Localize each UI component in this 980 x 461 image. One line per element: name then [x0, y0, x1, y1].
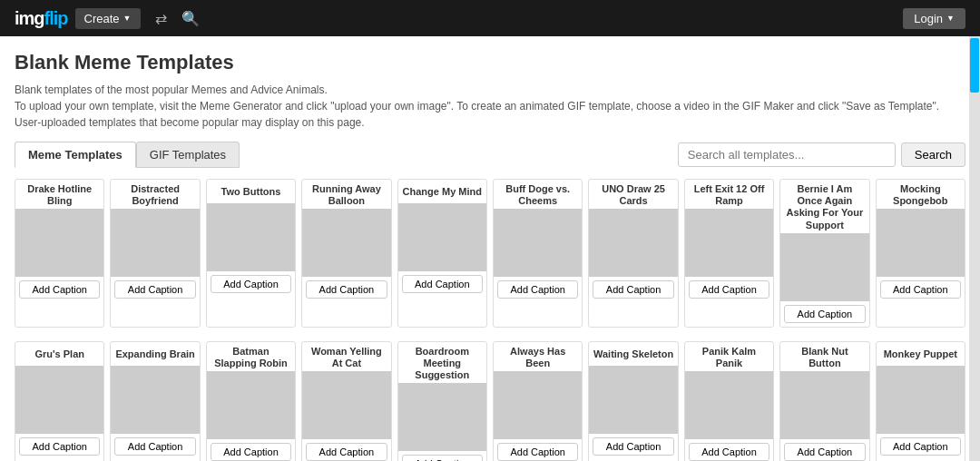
meme-image: [589, 209, 677, 277]
meme-grid-row2: Gru's PlanAdd CaptionExpanding BrainAdd …: [15, 341, 965, 461]
meme-image: [685, 209, 773, 277]
meme-title: Gru's Plan: [31, 342, 88, 366]
meme-grid-row1: Drake Hotline BlingAdd CaptionDistracted…: [15, 179, 965, 328]
meme-image: [780, 233, 868, 301]
meme-image: [589, 366, 677, 434]
add-caption-button[interactable]: Add Caption: [784, 305, 865, 323]
header: imgflip Create ⇄ 🔍 Login: [0, 0, 980, 36]
meme-title: Left Exit 12 Off Ramp: [685, 180, 773, 209]
shuffle-button[interactable]: ⇄: [148, 6, 174, 31]
meme-title: Bernie I Am Once Again Asking For Your S…: [780, 180, 868, 233]
search-input[interactable]: [678, 142, 896, 167]
meme-image: [494, 371, 582, 439]
add-caption-button[interactable]: Add Caption: [880, 280, 961, 299]
meme-image: [302, 209, 390, 277]
page-title: Blank Meme Templates: [15, 51, 965, 74]
desc-line1: Blank templates of the most popular Meme…: [15, 83, 328, 96]
meme-image: [207, 203, 295, 271]
meme-card: Blank Nut ButtonAdd Caption: [779, 341, 869, 461]
meme-card: Batman Slapping RobinAdd Caption: [206, 341, 296, 461]
meme-card: Panik Kalm PanikAdd Caption: [684, 341, 774, 461]
meme-card: Waiting SkeletonAdd Caption: [588, 341, 678, 461]
meme-title: UNO Draw 25 Cards: [589, 180, 677, 209]
add-caption-button[interactable]: Add Caption: [402, 455, 483, 461]
meme-title: Mocking Spongebob: [877, 180, 965, 209]
meme-image: [685, 371, 773, 439]
meme-title: Batman Slapping Robin: [207, 342, 295, 371]
add-caption-button[interactable]: Add Caption: [306, 443, 387, 461]
add-caption-button[interactable]: Add Caption: [114, 280, 195, 299]
meme-card: Always Has BeenAdd Caption: [493, 341, 583, 461]
add-caption-button[interactable]: Add Caption: [402, 275, 483, 293]
search-icon-button[interactable]: 🔍: [181, 10, 200, 27]
tab-gif-templates[interactable]: GIF Templates: [136, 142, 240, 168]
meme-title: Expanding Brain: [112, 342, 198, 366]
meme-title: Change My Mind: [399, 180, 485, 203]
meme-image: [111, 366, 199, 434]
scroll-thumb: [970, 38, 979, 93]
tab-meme-templates[interactable]: Meme Templates: [15, 142, 136, 168]
add-caption-button[interactable]: Add Caption: [880, 437, 961, 456]
main-content: Blank Meme Templates Blank templates of …: [0, 36, 980, 461]
meme-image: [15, 209, 103, 277]
meme-title: Drake Hotline Bling: [15, 180, 103, 209]
add-caption-button[interactable]: Add Caption: [306, 280, 387, 299]
meme-card: Gru's PlanAdd Caption: [15, 341, 104, 461]
meme-image: [398, 203, 486, 271]
page-description: Blank templates of the most popular Meme…: [15, 82, 965, 131]
meme-title: Two Buttons: [218, 180, 285, 203]
meme-card: Change My MindAdd Caption: [397, 179, 487, 328]
meme-card: Drake Hotline BlingAdd Caption: [15, 179, 104, 328]
meme-title: Monkey Puppet: [880, 342, 961, 366]
meme-title: Running Away Balloon: [302, 180, 390, 209]
meme-card: Expanding BrainAdd Caption: [110, 341, 200, 461]
tabs-search-row: Meme Templates GIF Templates Search: [15, 142, 965, 168]
meme-image: [15, 366, 103, 434]
meme-card: Two ButtonsAdd Caption: [206, 179, 296, 328]
desc-line2: To upload your own template, visit the M…: [15, 100, 939, 129]
add-caption-button[interactable]: Add Caption: [593, 437, 673, 456]
meme-image: [877, 209, 965, 277]
meme-title: Waiting Skeleton: [590, 342, 677, 366]
meme-card: Running Away BalloonAdd Caption: [301, 179, 391, 328]
add-caption-button[interactable]: Add Caption: [211, 275, 291, 293]
add-caption-button[interactable]: Add Caption: [689, 280, 769, 299]
add-caption-button[interactable]: Add Caption: [593, 280, 673, 299]
add-caption-button[interactable]: Add Caption: [19, 280, 100, 299]
add-caption-button[interactable]: Add Caption: [689, 443, 769, 461]
meme-card: Mocking SpongebobAdd Caption: [876, 179, 965, 328]
meme-card: Woman Yelling At CatAdd Caption: [301, 341, 391, 461]
add-caption-button[interactable]: Add Caption: [784, 443, 865, 461]
meme-card: Monkey PuppetAdd Caption: [876, 341, 965, 461]
meme-image: [780, 371, 868, 439]
meme-title: Buff Doge vs. Cheems: [494, 180, 582, 209]
meme-title: Panik Kalm Panik: [685, 342, 773, 371]
create-button[interactable]: Create: [75, 8, 141, 29]
meme-image: [398, 383, 486, 451]
add-caption-button[interactable]: Add Caption: [19, 437, 100, 456]
meme-card: UNO Draw 25 CardsAdd Caption: [588, 179, 678, 328]
login-button[interactable]: Login: [903, 8, 965, 29]
add-caption-button[interactable]: Add Caption: [497, 443, 578, 461]
search-area: Search: [678, 142, 965, 167]
meme-title: Distracted Boyfriend: [111, 180, 199, 209]
search-button[interactable]: Search: [901, 142, 965, 167]
meme-image: [877, 366, 965, 434]
tab-group: Meme Templates GIF Templates: [15, 142, 240, 168]
add-caption-button[interactable]: Add Caption: [497, 280, 578, 299]
add-caption-button[interactable]: Add Caption: [114, 437, 195, 456]
meme-card: Buff Doge vs. CheemsAdd Caption: [493, 179, 583, 328]
add-caption-button[interactable]: Add Caption: [211, 443, 291, 461]
meme-image: [111, 209, 199, 277]
meme-title: Boardroom Meeting Suggestion: [398, 342, 486, 384]
scrollbar[interactable]: [969, 36, 980, 461]
meme-image: [494, 209, 582, 277]
meme-image: [302, 371, 390, 439]
meme-title: Blank Nut Button: [780, 342, 868, 371]
site-logo: imgflip: [15, 8, 68, 29]
meme-card: Bernie I Am Once Again Asking For Your S…: [779, 179, 869, 328]
meme-card: Distracted BoyfriendAdd Caption: [110, 179, 200, 328]
meme-card: Boardroom Meeting SuggestionAdd Caption: [397, 341, 487, 461]
meme-title: Woman Yelling At Cat: [302, 342, 390, 371]
meme-title: Always Has Been: [494, 342, 582, 371]
